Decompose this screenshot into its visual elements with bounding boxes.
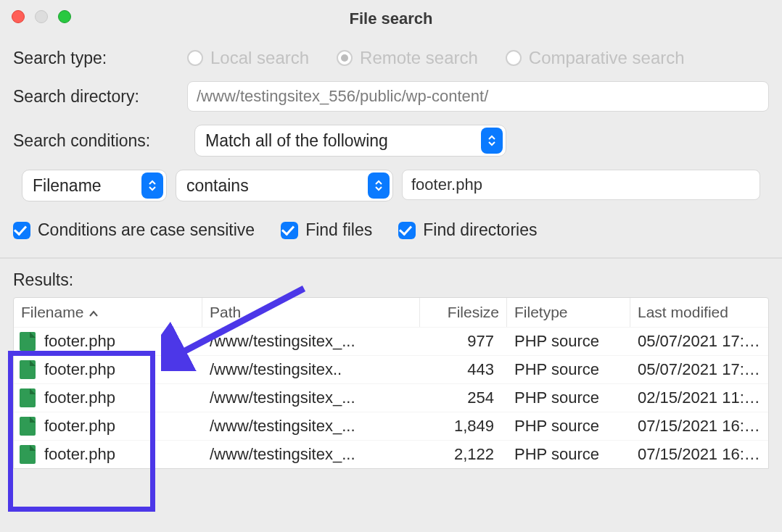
cell-path: /www/testingsitex.. [202, 360, 420, 379]
condition-row: Filename contains [13, 170, 769, 201]
find-files-checkbox[interactable] [281, 222, 298, 239]
divider [0, 257, 782, 259]
window-title: File search [350, 9, 433, 28]
col-path[interactable]: Path [202, 298, 420, 327]
php-file-icon [20, 417, 36, 436]
case-sensitive-label: Conditions are case sensitive [38, 220, 255, 240]
case-sensitive-check[interactable]: Conditions are case sensitive [13, 220, 255, 240]
table-row[interactable]: footer.php/www/testingsitex_...1,849PHP … [14, 412, 768, 440]
radio-remote-label: Remote search [360, 48, 478, 68]
cell-path: /www/testingsitex_... [202, 388, 420, 407]
col-filetype[interactable]: Filetype [507, 298, 630, 327]
cell-path: /www/testingsitex_... [202, 332, 420, 351]
field-select-value: Filename [33, 176, 102, 196]
cell-modified: 05/07/2021 17:3... [630, 332, 768, 351]
results-label: Results: [0, 270, 782, 297]
col-filename[interactable]: Filename [14, 298, 202, 327]
match-mode-select[interactable]: Match all of the following [194, 125, 506, 157]
cell-filesize: 977 [420, 332, 507, 351]
radio-remote[interactable]: Remote search [337, 48, 478, 68]
minimize-icon[interactable] [35, 10, 48, 23]
table-row[interactable]: footer.php/www/testingsitex..443PHP sour… [14, 355, 768, 383]
chevron-updown-icon [368, 173, 390, 199]
cell-modified: 07/15/2021 16:4... [630, 445, 768, 464]
php-file-icon [20, 445, 36, 464]
match-mode-value: Match all of the following [205, 131, 388, 151]
cell-path: /www/testingsitex_... [202, 445, 420, 464]
sort-asc-icon [89, 304, 99, 321]
cell-filename: footer.php [14, 417, 202, 436]
radio-comparative-label: Comparative search [529, 48, 685, 68]
col-filetype-label: Filetype [514, 304, 568, 321]
chevron-updown-icon [481, 128, 503, 154]
radio-local-input[interactable] [187, 50, 203, 66]
php-file-icon [20, 388, 36, 407]
search-type-label: Search type: [13, 49, 173, 68]
find-files-check[interactable]: Find files [281, 220, 372, 240]
cell-filetype: PHP source [507, 360, 630, 379]
operator-select[interactable]: contains [176, 170, 393, 201]
cell-modified: 05/07/2021 17:1... [630, 360, 768, 379]
cell-filesize: 443 [420, 360, 507, 379]
col-filesize-label: Filesize [448, 304, 499, 321]
col-filesize[interactable]: Filesize [420, 298, 507, 327]
cell-filename: footer.php [14, 360, 202, 379]
window-controls [12, 10, 71, 23]
cell-filesize: 2,122 [420, 445, 507, 464]
find-files-label: Find files [305, 220, 372, 240]
col-modified-label: Last modified [638, 304, 728, 321]
query-input[interactable] [402, 170, 760, 200]
cell-modified: 07/15/2021 16:4... [630, 417, 768, 436]
table-header: Filename Path Filesize Filetype Last mod… [14, 298, 768, 327]
table-row[interactable]: footer.php/www/testingsitex_...254PHP so… [14, 383, 768, 412]
close-icon[interactable] [12, 10, 25, 23]
radio-comparative[interactable]: Comparative search [506, 48, 685, 68]
radio-local[interactable]: Local search [187, 48, 309, 68]
cell-filetype: PHP source [507, 417, 630, 436]
field-select[interactable]: Filename [22, 170, 167, 201]
radio-remote-input[interactable] [337, 50, 353, 66]
operator-select-value: contains [186, 176, 249, 196]
search-dir-label: Search directory: [13, 87, 173, 107]
php-file-icon [20, 332, 36, 351]
search-type-radios: Local search Remote search Comparative s… [187, 48, 685, 68]
col-path-label: Path [210, 304, 241, 321]
table-row[interactable]: footer.php/www/testingsitex_...977PHP so… [14, 327, 768, 355]
cell-filename: footer.php [14, 332, 202, 351]
table-body: footer.php/www/testingsitex_...977PHP so… [14, 327, 768, 468]
search-cond-label: Search conditions: [13, 131, 180, 151]
cell-modified: 02/15/2021 11:4... [630, 388, 768, 407]
find-dirs-checkbox[interactable] [398, 222, 416, 239]
php-file-icon [20, 360, 36, 379]
search-form: Search type: Local search Remote search … [0, 38, 782, 201]
options-row: Conditions are case sensitive Find files… [0, 201, 782, 253]
titlebar: File search [0, 0, 782, 38]
cell-filesize: 1,849 [420, 417, 507, 436]
case-sensitive-checkbox[interactable] [13, 222, 30, 239]
search-dir-input[interactable] [187, 81, 769, 112]
radio-comparative-input[interactable] [506, 50, 522, 66]
table-row[interactable]: footer.php/www/testingsitex_...2,122PHP … [14, 440, 768, 468]
results-table: Filename Path Filesize Filetype Last mod… [13, 297, 769, 469]
cell-filetype: PHP source [507, 445, 630, 464]
find-dirs-label: Find directories [423, 220, 537, 240]
cell-path: /www/testingsitex_... [202, 417, 420, 436]
cell-filetype: PHP source [507, 332, 630, 351]
cell-filename: footer.php [14, 445, 202, 464]
col-modified[interactable]: Last modified [630, 298, 768, 327]
find-dirs-check[interactable]: Find directories [398, 220, 537, 240]
zoom-icon[interactable] [58, 10, 71, 23]
col-filename-label: Filename [21, 304, 83, 321]
radio-local-label: Local search [210, 48, 309, 68]
cell-filename: footer.php [14, 388, 202, 407]
cell-filesize: 254 [420, 388, 507, 407]
cell-filetype: PHP source [507, 388, 630, 407]
chevron-updown-icon [141, 173, 163, 199]
